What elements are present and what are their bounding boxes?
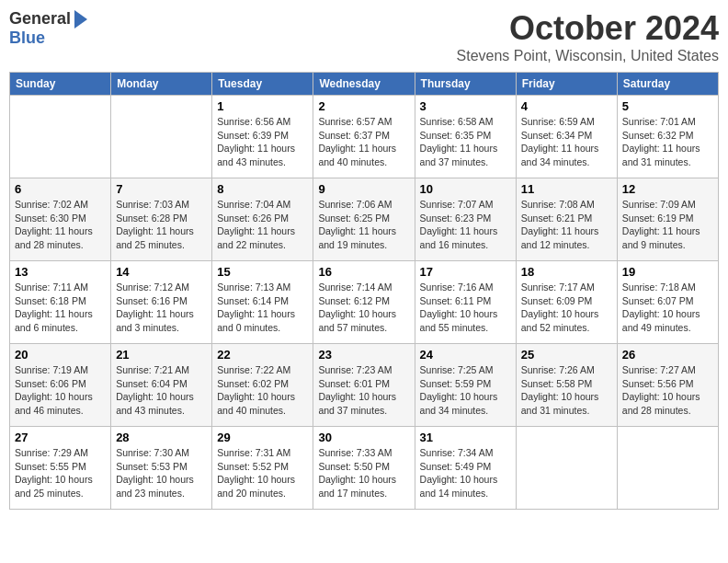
day-of-week-header: Tuesday — [212, 73, 313, 96]
day-number: 3 — [420, 99, 511, 113]
day-number: 8 — [217, 182, 308, 196]
day-detail: Sunrise: 7:11 AMSunset: 6:18 PMDaylight:… — [15, 281, 106, 335]
day-detail: Sunrise: 7:04 AMSunset: 6:26 PMDaylight:… — [217, 198, 308, 252]
day-of-week-header: Saturday — [617, 73, 718, 96]
day-number: 25 — [521, 348, 612, 362]
day-detail: Sunrise: 7:29 AMSunset: 5:55 PMDaylight:… — [15, 446, 106, 500]
day-detail: Sunrise: 7:22 AMSunset: 6:02 PMDaylight:… — [217, 363, 308, 418]
calendar-cell: 1Sunrise: 6:56 AMSunset: 6:39 PMDaylight… — [212, 96, 313, 178]
day-number: 24 — [420, 348, 511, 362]
calendar-cell: 20Sunrise: 7:19 AMSunset: 6:06 PMDayligh… — [10, 344, 111, 427]
calendar-cell — [111, 96, 212, 178]
day-number: 7 — [116, 182, 207, 196]
day-number: 16 — [318, 265, 409, 279]
day-detail: Sunrise: 7:14 AMSunset: 6:12 PMDaylight:… — [318, 281, 409, 335]
day-number: 21 — [116, 348, 207, 362]
day-number: 6 — [15, 182, 106, 196]
calendar-cell — [10, 96, 111, 178]
day-number: 27 — [15, 431, 106, 444]
day-number: 18 — [521, 265, 612, 279]
title-block: October 2024 Stevens Point, Wisconsin, U… — [457, 9, 719, 64]
day-number: 11 — [521, 182, 612, 196]
day-number: 31 — [420, 431, 511, 444]
day-detail: Sunrise: 7:21 AMSunset: 6:04 PMDaylight:… — [116, 363, 207, 418]
calendar-cell: 19Sunrise: 7:18 AMSunset: 6:07 PMDayligh… — [617, 261, 718, 344]
calendar-cell — [516, 427, 617, 510]
calendar-cell: 15Sunrise: 7:13 AMSunset: 6:14 PMDayligh… — [212, 261, 313, 344]
day-number: 13 — [15, 265, 106, 279]
day-number: 29 — [217, 431, 308, 444]
day-of-week-header: Wednesday — [313, 73, 415, 96]
day-detail: Sunrise: 6:58 AMSunset: 6:35 PMDaylight:… — [420, 115, 511, 169]
calendar-cell: 27Sunrise: 7:29 AMSunset: 5:55 PMDayligh… — [10, 427, 111, 510]
calendar-cell: 24Sunrise: 7:25 AMSunset: 5:59 PMDayligh… — [415, 344, 516, 427]
day-detail: Sunrise: 7:33 AMSunset: 5:50 PMDaylight:… — [318, 446, 409, 500]
calendar-cell: 30Sunrise: 7:33 AMSunset: 5:50 PMDayligh… — [313, 427, 415, 510]
calendar-cell — [617, 427, 718, 510]
calendar-cell: 12Sunrise: 7:09 AMSunset: 6:19 PMDayligh… — [617, 178, 718, 261]
day-detail: Sunrise: 7:03 AMSunset: 6:28 PMDaylight:… — [116, 198, 207, 252]
month-title: October 2024 — [457, 9, 719, 48]
page-header: General Blue October 2024 Stevens Point,… — [9, 9, 719, 64]
day-detail: Sunrise: 7:09 AMSunset: 6:19 PMDaylight:… — [622, 198, 713, 252]
day-number: 23 — [318, 348, 409, 362]
calendar-cell: 10Sunrise: 7:07 AMSunset: 6:23 PMDayligh… — [415, 178, 516, 261]
day-number: 22 — [217, 348, 308, 362]
calendar-cell: 7Sunrise: 7:03 AMSunset: 6:28 PMDaylight… — [111, 178, 212, 261]
day-detail: Sunrise: 7:25 AMSunset: 5:59 PMDaylight:… — [420, 363, 511, 418]
day-detail: Sunrise: 7:30 AMSunset: 5:53 PMDaylight:… — [116, 446, 207, 500]
day-number: 1 — [217, 99, 308, 113]
calendar-cell: 9Sunrise: 7:06 AMSunset: 6:25 PMDaylight… — [313, 178, 415, 261]
calendar-cell: 31Sunrise: 7:34 AMSunset: 5:49 PMDayligh… — [415, 427, 516, 510]
day-number: 17 — [420, 265, 511, 279]
day-number: 2 — [318, 99, 409, 113]
day-number: 28 — [116, 431, 207, 444]
day-of-week-header: Friday — [516, 73, 617, 96]
calendar-cell: 13Sunrise: 7:11 AMSunset: 6:18 PMDayligh… — [10, 261, 111, 344]
calendar-cell: 18Sunrise: 7:17 AMSunset: 6:09 PMDayligh… — [516, 261, 617, 344]
day-detail: Sunrise: 7:13 AMSunset: 6:14 PMDaylight:… — [217, 281, 308, 335]
day-detail: Sunrise: 6:56 AMSunset: 6:39 PMDaylight:… — [217, 115, 308, 169]
calendar-cell: 6Sunrise: 7:02 AMSunset: 6:30 PMDaylight… — [10, 178, 111, 261]
calendar-cell: 16Sunrise: 7:14 AMSunset: 6:12 PMDayligh… — [313, 261, 415, 344]
day-of-week-header: Thursday — [415, 73, 516, 96]
day-number: 10 — [420, 182, 511, 196]
calendar-cell: 29Sunrise: 7:31 AMSunset: 5:52 PMDayligh… — [212, 427, 313, 510]
day-number: 12 — [622, 182, 713, 196]
day-detail: Sunrise: 7:23 AMSunset: 6:01 PMDaylight:… — [318, 363, 409, 418]
calendar-cell: 2Sunrise: 6:57 AMSunset: 6:37 PMDaylight… — [313, 96, 415, 178]
day-detail: Sunrise: 7:18 AMSunset: 6:07 PMDaylight:… — [622, 281, 713, 335]
day-detail: Sunrise: 7:01 AMSunset: 6:32 PMDaylight:… — [622, 115, 713, 169]
day-number: 9 — [318, 182, 409, 196]
day-number: 14 — [116, 265, 207, 279]
day-detail: Sunrise: 7:27 AMSunset: 5:56 PMDaylight:… — [622, 363, 713, 418]
day-number: 30 — [318, 431, 409, 444]
day-detail: Sunrise: 6:57 AMSunset: 6:37 PMDaylight:… — [318, 115, 409, 169]
calendar-cell: 26Sunrise: 7:27 AMSunset: 5:56 PMDayligh… — [617, 344, 718, 427]
day-detail: Sunrise: 6:59 AMSunset: 6:34 PMDaylight:… — [521, 115, 612, 169]
day-number: 15 — [217, 265, 308, 279]
day-detail: Sunrise: 7:26 AMSunset: 5:58 PMDaylight:… — [521, 363, 612, 418]
calendar-cell: 3Sunrise: 6:58 AMSunset: 6:35 PMDaylight… — [415, 96, 516, 178]
calendar-cell: 4Sunrise: 6:59 AMSunset: 6:34 PMDaylight… — [516, 96, 617, 178]
calendar-cell: 23Sunrise: 7:23 AMSunset: 6:01 PMDayligh… — [313, 344, 415, 427]
day-detail: Sunrise: 7:08 AMSunset: 6:21 PMDaylight:… — [521, 198, 612, 252]
calendar-cell: 14Sunrise: 7:12 AMSunset: 6:16 PMDayligh… — [111, 261, 212, 344]
day-number: 4 — [521, 99, 612, 113]
calendar-cell: 5Sunrise: 7:01 AMSunset: 6:32 PMDaylight… — [617, 96, 718, 178]
location-subtitle: Stevens Point, Wisconsin, United States — [457, 48, 719, 64]
day-of-week-header: Monday — [111, 73, 212, 96]
logo: General Blue — [9, 9, 87, 48]
day-detail: Sunrise: 7:02 AMSunset: 6:30 PMDaylight:… — [15, 198, 106, 252]
day-detail: Sunrise: 7:31 AMSunset: 5:52 PMDaylight:… — [217, 446, 308, 500]
calendar-cell: 22Sunrise: 7:22 AMSunset: 6:02 PMDayligh… — [212, 344, 313, 427]
day-detail: Sunrise: 7:12 AMSunset: 6:16 PMDaylight:… — [116, 281, 207, 335]
calendar-table: SundayMondayTuesdayWednesdayThursdayFrid… — [9, 72, 719, 510]
day-detail: Sunrise: 7:16 AMSunset: 6:11 PMDaylight:… — [420, 281, 511, 335]
calendar-cell: 8Sunrise: 7:04 AMSunset: 6:26 PMDaylight… — [212, 178, 313, 261]
day-detail: Sunrise: 7:17 AMSunset: 6:09 PMDaylight:… — [521, 281, 612, 335]
calendar-cell: 25Sunrise: 7:26 AMSunset: 5:58 PMDayligh… — [516, 344, 617, 427]
day-number: 19 — [622, 265, 713, 279]
calendar-cell: 28Sunrise: 7:30 AMSunset: 5:53 PMDayligh… — [111, 427, 212, 510]
logo-general-text: General — [9, 9, 71, 29]
